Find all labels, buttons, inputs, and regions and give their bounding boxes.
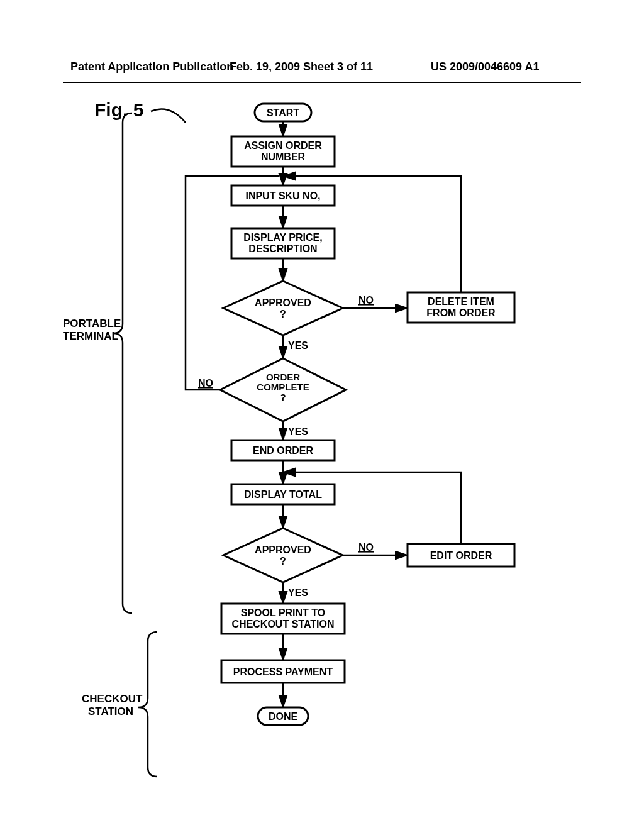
label-yes-1: YES: [288, 340, 308, 351]
node-end-order: END ORDER: [231, 440, 335, 460]
node-process-payment: PROCESS PAYMENT: [221, 660, 345, 683]
node-assign: ASSIGN ORDERNUMBER: [231, 136, 335, 167]
node-display-price: DISPLAY PRICE,DESCRIPTION: [231, 228, 335, 258]
svg-text:SPOOL PRINT TOCHECKOUT STATION: SPOOL PRINT TOCHECKOUT STATION: [232, 607, 335, 629]
header-date-sheet: Feb. 19, 2009 Sheet 3 of 11: [230, 60, 373, 74]
label-yes-2: YES: [288, 426, 308, 437]
header-rule: [63, 82, 581, 83]
node-spool: SPOOL PRINT TOCHECKOUT STATION: [221, 604, 345, 634]
node-approved-1: APPROVED?: [223, 281, 343, 335]
node-display-total: DISPLAY TOTAL: [231, 484, 335, 504]
label-yes-3: YES: [288, 587, 308, 598]
group-portable-label: PORTABLETERMINAL: [63, 318, 121, 342]
node-order-complete: ORDERCOMPLETE?: [220, 358, 346, 421]
group-checkout-label: CHECKOUTSTATION: [82, 693, 143, 717]
svg-text:DELETE ITEMFROM ORDER: DELETE ITEMFROM ORDER: [426, 296, 496, 318]
svg-text:DISPLAY TOTAL: DISPLAY TOTAL: [244, 489, 322, 500]
svg-text:PROCESS PAYMENT: PROCESS PAYMENT: [233, 667, 333, 677]
node-approved-2: APPROVED?: [223, 528, 343, 582]
label-no-2: NO: [198, 378, 213, 389]
label-no-3: NO: [358, 542, 374, 553]
node-delete-item: DELETE ITEMFROM ORDER: [408, 292, 514, 323]
svg-text:DONE: DONE: [269, 711, 298, 722]
svg-text:INPUT SKU NO,: INPUT SKU NO,: [245, 191, 320, 201]
svg-text:DISPLAY PRICE,DESCRIPTION: DISPLAY PRICE,DESCRIPTION: [243, 232, 322, 254]
header-pubnum: US 2009/0046609 A1: [431, 60, 539, 74]
header-left: Patent Application Publication: [70, 60, 233, 74]
label-no-1: NO: [358, 295, 374, 306]
brace-portable: [113, 113, 132, 613]
svg-text:END ORDER: END ORDER: [253, 445, 313, 456]
figure-label: Fig. 5: [94, 99, 143, 120]
node-edit-order: EDIT ORDER: [408, 544, 514, 567]
svg-text:START: START: [267, 108, 299, 118]
node-input-sku: INPUT SKU NO,: [231, 185, 335, 206]
flowchart: Fig. 5 PORTABLETERMINAL CHECKOUTSTATION …: [63, 91, 581, 802]
node-start: START: [255, 104, 311, 121]
svg-text:EDIT ORDER: EDIT ORDER: [430, 550, 492, 561]
edge-ordercomplete-no: [186, 176, 279, 390]
node-done: DONE: [258, 707, 308, 725]
figure-leader: [151, 109, 186, 123]
edge-editorder-loop: [287, 472, 461, 544]
